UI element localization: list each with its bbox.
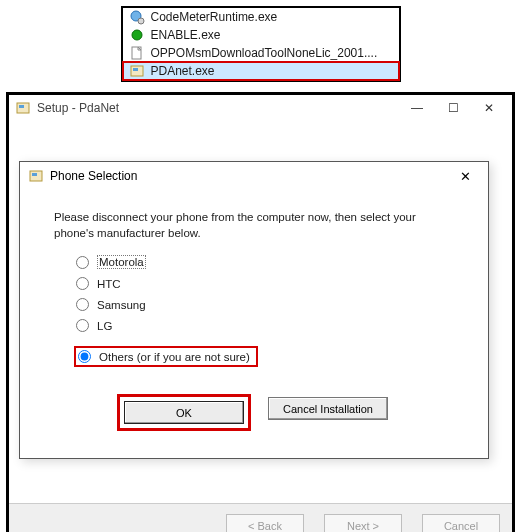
file-row[interactable]: ENABLE.exe <box>123 26 399 44</box>
maximize-button[interactable]: ☐ <box>436 98 470 118</box>
dialog-title: Phone Selection <box>50 169 137 183</box>
radio-label: Samsung <box>97 299 146 311</box>
cancel-installation-button[interactable]: Cancel Installation <box>268 397 388 420</box>
phone-selection-dialog: Phone Selection ✕ Please disconnect your… <box>19 161 489 459</box>
close-icon[interactable]: ✕ <box>450 166 480 186</box>
svg-rect-7 <box>19 105 24 108</box>
file-name: CodeMeterRuntime.exe <box>151 10 278 24</box>
setup-window: Setup - PdaNet — ☐ ✕ Phone Selection ✕ P… <box>6 92 515 532</box>
radio-label: Motorola <box>97 255 146 269</box>
green-dot-icon <box>129 27 145 43</box>
file-name: OPPOMsmDownloadToolNoneLic_2001.... <box>151 46 378 60</box>
file-row[interactable]: CodeMeterRuntime.exe <box>123 8 399 26</box>
svg-rect-5 <box>133 68 138 71</box>
dialog-titlebar[interactable]: Phone Selection ✕ <box>20 162 488 190</box>
svg-point-2 <box>132 30 142 40</box>
radio-input[interactable] <box>76 256 89 269</box>
installer-icon <box>15 100 31 116</box>
radio-option-motorola[interactable]: Motorola <box>76 255 454 269</box>
ok-button-highlight: OK <box>120 397 248 428</box>
installer-icon <box>129 63 145 79</box>
radio-label: Others (or if you are not sure) <box>99 351 250 363</box>
file-icon <box>129 45 145 61</box>
file-list-panel: CodeMeterRuntime.exe ENABLE.exe OPPOMsmD… <box>121 6 401 82</box>
file-name: PDAnet.exe <box>151 64 215 78</box>
cancel-button: Cancel <box>422 514 500 532</box>
next-button: Next > <box>324 514 402 532</box>
installer-icon <box>28 168 44 184</box>
setup-window-title: Setup - PdaNet <box>37 101 119 115</box>
radio-option-lg[interactable]: LG <box>76 319 454 332</box>
radio-input[interactable] <box>76 277 89 290</box>
radio-option-others[interactable]: Others (or if you are not sure) <box>76 348 256 365</box>
file-name: ENABLE.exe <box>151 28 221 42</box>
radio-option-samsung[interactable]: Samsung <box>76 298 454 311</box>
radio-input[interactable] <box>76 298 89 311</box>
setup-footer: < Back Next > Cancel <box>9 503 512 532</box>
radio-label: LG <box>97 320 112 332</box>
radio-option-htc[interactable]: HTC <box>76 277 454 290</box>
radio-input[interactable] <box>78 350 91 363</box>
radio-label: HTC <box>97 278 121 290</box>
ok-button[interactable]: OK <box>124 401 244 424</box>
close-button[interactable]: ✕ <box>472 98 506 118</box>
globe-gear-icon <box>129 9 145 25</box>
radio-input[interactable] <box>76 319 89 332</box>
minimize-button[interactable]: — <box>400 98 434 118</box>
file-row-selected[interactable]: PDAnet.exe <box>123 62 399 80</box>
back-button: < Back <box>226 514 304 532</box>
svg-point-1 <box>138 18 144 24</box>
svg-rect-9 <box>32 173 37 176</box>
file-row[interactable]: OPPOMsmDownloadToolNoneLic_2001.... <box>123 44 399 62</box>
dialog-instruction: Please disconnect your phone from the co… <box>54 210 454 241</box>
